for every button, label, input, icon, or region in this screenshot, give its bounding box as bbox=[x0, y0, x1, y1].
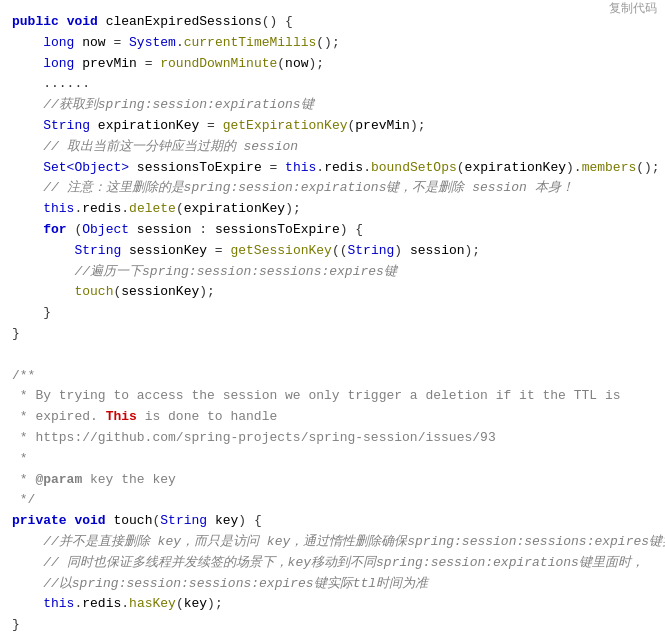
code-block: public void cleanExpiredSessions() { lon… bbox=[0, 8, 665, 640]
copy-hint[interactable]: 复制代码 bbox=[609, 0, 657, 17]
code-container: 复制代码 public void cleanExpiredSessions() … bbox=[0, 0, 665, 644]
